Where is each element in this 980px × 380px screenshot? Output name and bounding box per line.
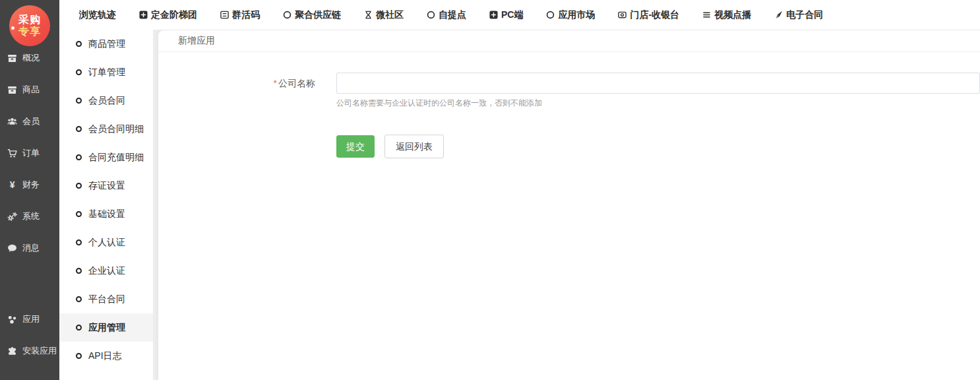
sidebar-item-system[interactable]: 系统 — [0, 201, 59, 232]
primary-menu: 概况 商品 会员 订单 ¥ 财务 系统 消息 应用 安装应用 — [0, 42, 59, 380]
submenu-item-api-log[interactable]: API日志 — [59, 342, 153, 370]
company-name-label: *公司名称 — [158, 73, 336, 158]
submenu-item-basic-settings[interactable]: 基础设置 — [59, 200, 153, 228]
submenu-item-member-contract[interactable]: 会员合同 — [59, 86, 153, 115]
submenu-item-label: 企业认证 — [88, 265, 125, 277]
back-to-list-button[interactable]: 返回列表 — [384, 135, 444, 158]
top-nav-item-deposit-group[interactable]: 定金阶梯团 — [139, 9, 197, 21]
gears-icon — [7, 212, 17, 222]
submenu-item-label: 应用管理 — [88, 322, 125, 334]
top-nav-item-label: 自提点 — [439, 9, 466, 21]
apps-icon — [7, 315, 17, 325]
submenu-item-member-contract-detail[interactable]: 会员合同明细 — [59, 115, 153, 143]
sidebar-item-label: 会员 — [22, 115, 40, 127]
overview-box-icon — [7, 53, 17, 63]
page-title: 新增应用 — [178, 35, 215, 47]
sidebar-item-goods[interactable]: 商品 — [0, 74, 59, 106]
form-actions: 提交 返回列表 — [336, 135, 980, 158]
sidebar-item-label: 概况 — [22, 52, 40, 64]
brand-line2: 专享 — [18, 26, 41, 38]
submenu-item-label: API日志 — [88, 350, 122, 362]
company-name-input[interactable] — [336, 73, 980, 94]
primary-sidebar: 采购 专享 概况 商品 会员 订单 ¥ 财务 系统 消息 应用 安装应用 — [0, 0, 59, 380]
sidebar-item-label: 订单 — [22, 147, 40, 159]
circle-icon — [283, 11, 291, 19]
top-nav-item-supply-chain[interactable]: 聚合供应链 — [283, 9, 341, 21]
sidebar-item-apps[interactable]: 应用 — [0, 303, 59, 335]
brand-line1: 采购 — [18, 14, 41, 26]
top-nav-item-e-contract[interactable]: 电子合同 — [774, 9, 823, 21]
top-nav-item-community[interactable]: 微社区 — [364, 9, 404, 21]
submenu-item-goods-management[interactable]: 商品管理 — [59, 30, 153, 58]
sidebar-item-partial-bottom-item[interactable] — [0, 367, 59, 380]
circle-icon — [546, 11, 555, 19]
submenu-item-label: 会员合同明细 — [88, 123, 144, 135]
install-icon — [7, 346, 17, 356]
sidebar-item-finance[interactable]: ¥ 财务 — [0, 169, 59, 201]
top-nav-item-label: 门店-收银台 — [630, 9, 679, 21]
top-nav-item-video-ondemand[interactable]: 视频点播 — [702, 9, 751, 21]
circle-bullet-icon — [76, 98, 82, 104]
top-nav-item-group-qr[interactable]: 群活码 — [220, 9, 260, 21]
circle-bullet-icon — [76, 41, 82, 47]
submenu-item-contract-recharge-detail[interactable]: 合同充值明细 — [59, 143, 153, 172]
submit-button[interactable]: 提交 — [336, 135, 375, 158]
required-asterisk: * — [274, 78, 277, 88]
yen-icon: ¥ — [7, 180, 17, 190]
submenu-item-personal-auth[interactable]: 个人认证 — [59, 228, 153, 257]
submenu-item-label: 基础设置 — [88, 208, 125, 220]
top-nav-item-pc-client[interactable]: PC端 — [489, 9, 523, 21]
top-nav-item-pickup-point[interactable]: 自提点 — [427, 9, 466, 21]
circle-bullet-icon — [76, 325, 82, 331]
sidebar-item-label: 安装应用 — [22, 345, 57, 357]
plus-square-icon — [489, 11, 498, 19]
hourglass-icon — [364, 11, 373, 19]
sidebar-item-messages[interactable]: 消息 — [0, 232, 59, 264]
circle-bullet-icon — [76, 183, 82, 189]
top-nav-item-label: 视频点播 — [714, 9, 751, 21]
sidebar-item-install-apps[interactable]: 安装应用 — [0, 335, 59, 367]
menu-lines-icon — [702, 11, 711, 19]
submenu-item-evidence-settings[interactable]: 存证设置 — [59, 172, 153, 200]
top-nav-item-label: 应用市场 — [558, 9, 595, 21]
top-nav-item-label: PC端 — [501, 9, 523, 21]
sidebar-item-label: 财务 — [22, 179, 40, 191]
top-nav-item-browse-track[interactable]: 浏览轨迹 — [79, 9, 116, 21]
submenu-item-order-management[interactable]: 订单管理 — [59, 58, 153, 86]
circle-icon — [427, 11, 435, 19]
top-nav-item-label: 电子合同 — [786, 9, 823, 21]
submenu-item-label: 合同充值明细 — [88, 152, 144, 164]
sidebar-item-overview[interactable]: 概况 — [0, 42, 59, 74]
plus-square-icon — [139, 11, 148, 19]
submenu-item-enterprise-auth[interactable]: 企业认证 — [59, 257, 153, 285]
submenu-item-label: 平台合同 — [88, 294, 125, 305]
top-nav-item-store-cashier[interactable]: 门店-收银台 — [618, 9, 679, 21]
top-nav-item-label: 微社区 — [376, 9, 404, 21]
sidebar-item-label: 商品 — [22, 84, 40, 96]
submenu-item-app-management[interactable]: 应用管理 — [59, 313, 153, 342]
top-nav: 浏览轨迹 定金阶梯团 群活码 聚合供应链 微社区 自提点 PC端 应用市场 门店… — [59, 0, 980, 30]
users-icon — [7, 117, 17, 127]
brand-logo[interactable]: 采购 专享 — [9, 5, 50, 46]
submenu-item-label: 订单管理 — [88, 67, 125, 79]
circle-bullet-icon — [76, 69, 82, 75]
sidebar-item-label: 消息 — [22, 242, 40, 254]
circle-bullet-icon — [76, 268, 82, 274]
submenu-item-label: 会员合同 — [88, 95, 125, 107]
sidebar-item-members[interactable]: 会员 — [0, 106, 59, 137]
top-nav-item-label: 群活码 — [232, 9, 260, 21]
submenu-item-platform-contract[interactable]: 平台合同 — [59, 285, 153, 313]
top-nav-item-label: 聚合供应链 — [295, 9, 341, 21]
top-nav-item-label: 定金阶梯团 — [151, 9, 197, 21]
cart-icon — [7, 148, 17, 158]
secondary-sidebar: 商品管理 订单管理 会员合同 会员合同明细 合同充值明细 存证设置 基础设置 个… — [59, 30, 153, 380]
cash-register-icon — [618, 11, 627, 19]
circle-bullet-icon — [76, 154, 82, 160]
sidebar-item-orders[interactable]: 订单 — [0, 137, 59, 169]
chat-icon — [7, 243, 17, 253]
svg-text:¥: ¥ — [10, 180, 15, 190]
circle-bullet-icon — [76, 211, 82, 217]
company-name-field: 公司名称需要与企业认证时的公司名称一致，否则不能添加 提交 返回列表 — [336, 73, 980, 158]
top-nav-item-app-market[interactable]: 应用市场 — [546, 9, 595, 21]
submenu-item-label: 商品管理 — [88, 38, 125, 50]
